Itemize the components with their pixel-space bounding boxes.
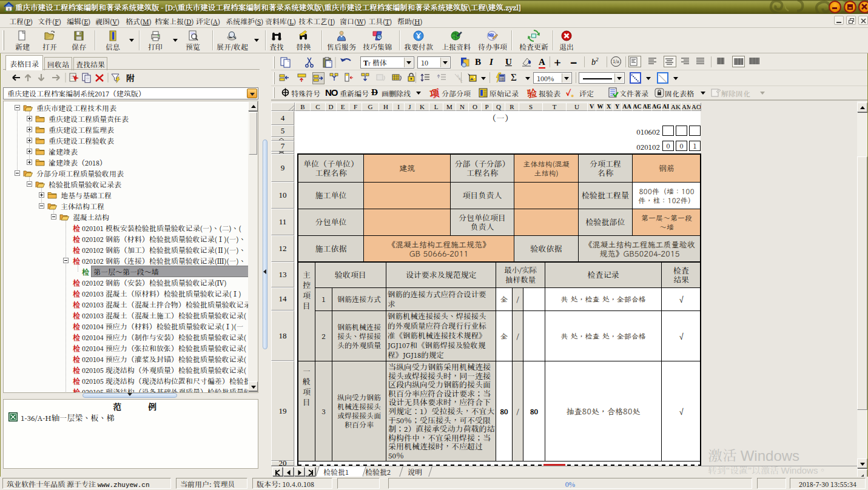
svg-text:DVD: DVD	[489, 33, 495, 36]
